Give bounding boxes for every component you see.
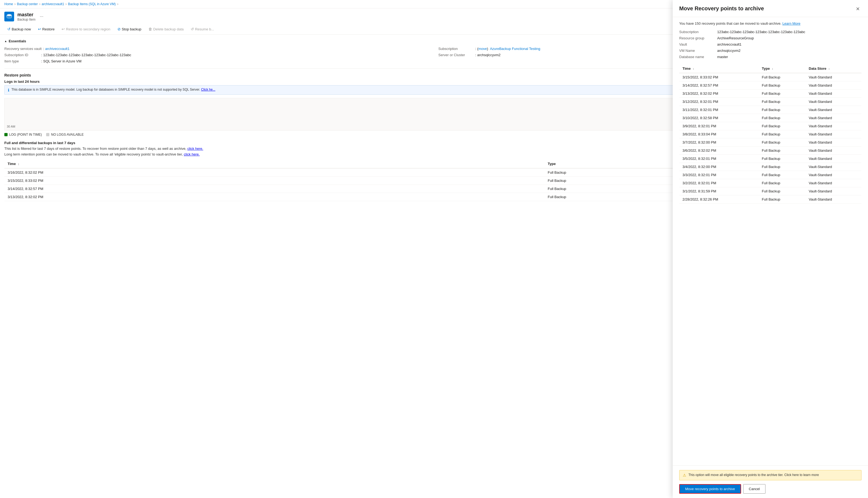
panel-table-row[interactable]: 3/11/2022, 8:32:01 PM Full Backup Vault-… xyxy=(679,106,862,114)
panel-table-row[interactable]: 3/10/2022, 8:32:58 PM Full Backup Vault-… xyxy=(679,114,862,122)
panel-time-sort-icon: ↕ xyxy=(693,67,694,70)
legend-log-point: LOG (POINT IN TIME) xyxy=(4,133,42,136)
panel-table-row[interactable]: 3/14/2022, 8:32:57 PM Full Backup Vault-… xyxy=(679,81,862,90)
restore-button[interactable]: ↩ Restore xyxy=(35,25,58,33)
resume-backup-icon: ↺ xyxy=(191,27,194,31)
panel-table-row[interactable]: 3/15/2022, 8:33:02 PM Full Backup Vault-… xyxy=(679,73,862,81)
breadcrumb-backup-center[interactable]: Backup center xyxy=(17,2,38,6)
panel-time-cell: 3/1/2022, 8:31:59 PM xyxy=(679,187,759,195)
panel-type-cell: Full Backup xyxy=(759,130,806,139)
panel-rg-label: Resource group xyxy=(679,36,717,40)
panel-description: You have 150 recovery points that can be… xyxy=(679,22,862,26)
panel-type-cell: Full Backup xyxy=(759,179,806,187)
panel-warning: ⚠ This option will move all eligible rec… xyxy=(679,470,862,480)
essentials-itemtype-label: Item type xyxy=(4,59,40,63)
panel-table-row[interactable]: 3/8/2022, 8:33:04 PM Full Backup Vault-S… xyxy=(679,130,862,139)
move-link[interactable]: move xyxy=(479,47,487,51)
panel-vault-label: Vault xyxy=(679,42,717,47)
panel-datastore-cell: Vault-Standard xyxy=(806,130,862,139)
panel-table-row[interactable]: 3/6/2022, 8:32:02 PM Full Backup Vault-S… xyxy=(679,146,862,155)
panel-footer: ⚠ This option will move all eligible rec… xyxy=(673,466,868,498)
legend-log-dot xyxy=(4,133,8,136)
panel-learn-more[interactable]: Learn More xyxy=(782,22,800,26)
restore-secondary-icon: ↩ xyxy=(62,27,65,31)
panel-time-cell: 2/28/2022, 8:32:26 PM xyxy=(679,195,759,204)
panel-type-cell: Full Backup xyxy=(759,146,806,155)
panel-vault-value: archiveccvault1 xyxy=(717,42,742,47)
full-backups-link2[interactable]: click here. xyxy=(184,152,200,156)
panel-table: Time ↕ Type ↕ Data Store ↕ 3/15/2022, 8:… xyxy=(679,64,862,204)
restore-secondary-button[interactable]: ↩ Restore to secondary region xyxy=(58,25,113,33)
panel-table-container: Time ↕ Type ↕ Data Store ↕ 3/15/2022, 8:… xyxy=(679,64,862,204)
breadcrumb-home[interactable]: Home xyxy=(4,2,13,6)
legend-nolog-dot xyxy=(46,133,49,136)
panel-table-row[interactable]: 3/2/2022, 8:32:01 PM Full Backup Vault-S… xyxy=(679,179,862,187)
panel-actions: Move recovery points to archive Cancel xyxy=(679,484,862,494)
panel-table-row[interactable]: 3/12/2022, 8:32:01 PM Full Backup Vault-… xyxy=(679,98,862,106)
page-subtitle: Backup Item xyxy=(17,18,36,22)
restore-secondary-label: Restore to secondary region xyxy=(66,27,110,31)
essentials-vault-row: Recovery services vault : archiveccvault… xyxy=(4,46,430,52)
backup-time-cell: 3/13/2022, 8:32:02 PM xyxy=(4,193,544,201)
panel-close-button[interactable]: ✕ xyxy=(854,5,862,12)
info-icon: ℹ xyxy=(8,88,9,92)
chart-time-label: 30 AM xyxy=(7,125,15,128)
panel-type-cell: Full Backup xyxy=(759,171,806,179)
panel-table-row[interactable]: 2/28/2022, 8:32:26 PM Full Backup Vault-… xyxy=(679,195,862,204)
full-backups-link1[interactable]: click here. xyxy=(187,146,203,150)
panel-type-cell: Full Backup xyxy=(759,98,806,106)
panel-type-cell: Full Backup xyxy=(759,195,806,204)
backup-now-button[interactable]: ↺ Backup now xyxy=(4,25,34,33)
panel-info-grid: Subscription 123abc-123abc-123abc-123abc… xyxy=(679,30,862,59)
panel-table-row[interactable]: 3/13/2022, 8:32:02 PM Full Backup Vault-… xyxy=(679,90,862,98)
panel-type-cell: Full Backup xyxy=(759,187,806,195)
panel-rg-value: ArchiveResourceGroup xyxy=(717,36,754,40)
item-icon xyxy=(4,12,14,22)
panel-col-time[interactable]: Time ↕ xyxy=(679,64,759,73)
resume-backup-button[interactable]: ↺ Resume b... xyxy=(188,25,217,33)
delete-backup-label: Delete backup data xyxy=(153,27,184,31)
panel-db-label: Database name xyxy=(679,55,717,59)
panel-col-type[interactable]: Type ↕ xyxy=(759,64,806,73)
panel-datastore-cell: Vault-Standard xyxy=(806,106,862,114)
vault-link[interactable]: archiveccvault1 xyxy=(45,47,70,51)
panel-datastore-cell: Vault-Standard xyxy=(806,171,862,179)
panel-table-row[interactable]: 3/5/2022, 8:32:01 PM Full Backup Vault-S… xyxy=(679,155,862,163)
breadcrumb-vault[interactable]: archiveccvault1 xyxy=(42,2,64,6)
panel-vm-value: archsqlccyvm2 xyxy=(717,49,740,53)
panel-vault-row: Vault archiveccvault1 xyxy=(679,42,862,47)
restore-label: Restore xyxy=(42,27,55,31)
panel-time-cell: 3/7/2022, 8:32:00 PM xyxy=(679,139,759,146)
essentials-itemtype-value: : SQL Server in Azure VM xyxy=(41,59,81,63)
subscription-link[interactable]: AzureBackup Functional Testing xyxy=(490,47,540,51)
panel-datastore-cell: Vault-Standard xyxy=(806,139,862,146)
panel-time-cell: 3/8/2022, 8:33:04 PM xyxy=(679,130,759,139)
backup-now-label: Backup now xyxy=(12,27,31,31)
essentials-subid-row: Subscription ID : 123abc-123abc-123abc-1… xyxy=(4,52,430,58)
col-time[interactable]: Time ↕ xyxy=(4,160,544,168)
legend-nolog-label: NO LOGS AVAILABLE xyxy=(51,133,83,136)
panel-table-row[interactable]: 3/9/2022, 8:32:01 PM Full Backup Vault-S… xyxy=(679,122,862,130)
panel-time-cell: 3/6/2022, 8:32:02 PM xyxy=(679,146,759,155)
panel-table-row[interactable]: 3/3/2022, 8:32:01 PM Full Backup Vault-S… xyxy=(679,171,862,179)
panel-col-datastore[interactable]: Data Store ↕ xyxy=(806,64,862,73)
panel-time-cell: 3/15/2022, 8:33:02 PM xyxy=(679,73,759,81)
panel-datastore-cell: Vault-Standard xyxy=(806,114,862,122)
backup-time-cell: 3/15/2022, 8:33:02 PM xyxy=(4,177,544,185)
breadcrumb-backup-items[interactable]: Backup Items (SQL in Azure VM) xyxy=(68,2,116,6)
logs-info-link[interactable]: Click he... xyxy=(201,88,215,91)
panel-title: Move Recovery points to archive xyxy=(679,5,764,12)
panel-table-row[interactable]: 3/1/2022, 8:31:59 PM Full Backup Vault-S… xyxy=(679,187,862,195)
essentials-subscription-label: Subscription xyxy=(438,47,473,51)
stop-backup-button[interactable]: ⊘ Stop backup xyxy=(115,25,144,33)
cancel-button[interactable]: Cancel xyxy=(743,484,765,494)
panel-table-row[interactable]: 3/4/2022, 8:32:00 PM Full Backup Vault-S… xyxy=(679,163,862,171)
more-options-icon[interactable]: ··· xyxy=(40,14,43,19)
panel-type-cell: Full Backup xyxy=(759,139,806,146)
panel-table-row[interactable]: 3/7/2022, 8:32:00 PM Full Backup Vault-S… xyxy=(679,139,862,146)
move-archive-button[interactable]: Move recovery points to archive xyxy=(679,484,741,494)
breadcrumb-sep-3: > xyxy=(65,2,67,6)
delete-backup-button[interactable]: 🗑 Delete backup data xyxy=(145,25,187,33)
panel-type-sort-icon: ↕ xyxy=(772,67,773,70)
panel-vm-row: VM Name archsqlccyvm2 xyxy=(679,49,862,53)
